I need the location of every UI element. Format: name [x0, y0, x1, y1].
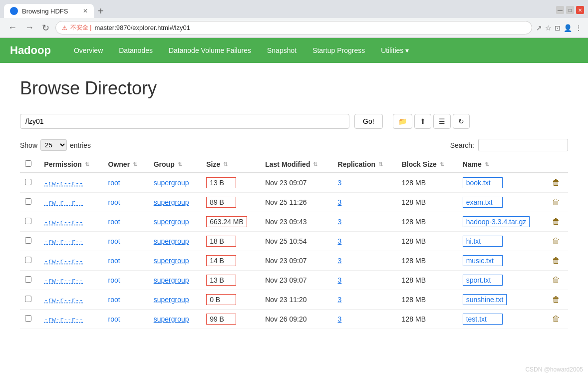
nav-overview[interactable]: Overview	[66, 39, 111, 61]
entries-label: entries	[70, 141, 91, 149]
row-size: 14 B	[201, 251, 260, 271]
delete-button[interactable]: 🗑	[552, 256, 560, 265]
row-checkbox[interactable]	[25, 257, 31, 263]
nav-utilities[interactable]: Utilities ▾	[373, 39, 417, 61]
row-replication: 3	[333, 193, 397, 212]
url-text[interactable]: master:9870/explorer.html#/lzy01	[94, 24, 526, 31]
entries-select[interactable]: 25 50 100	[40, 139, 67, 151]
list-view-button[interactable]: ☰	[433, 114, 451, 129]
size-col-label: Size	[206, 160, 220, 168]
row-group: supergroup	[149, 173, 201, 193]
address-bar: ← → ↻ ⚠ 不安全 | master:9870/explorer.html#…	[0, 18, 588, 37]
size-sort-icon[interactable]: ⇅	[223, 161, 228, 168]
row-checkbox[interactable]	[25, 276, 31, 283]
row-block-size: 128 MB	[397, 212, 458, 232]
file-link[interactable]: book.txt	[466, 179, 491, 187]
share-icon[interactable]: ↗	[536, 24, 542, 32]
last-modified-sort-icon[interactable]: ⇅	[313, 161, 317, 168]
minimize-button[interactable]: —	[556, 6, 564, 14]
delete-button[interactable]: 🗑	[552, 217, 560, 226]
browse-folder-button[interactable]: 📁	[393, 114, 412, 129]
group-sort-icon[interactable]: ⇅	[178, 161, 182, 168]
row-block-size: 128 MB	[397, 173, 458, 193]
file-link[interactable]: exam.txt	[466, 198, 493, 206]
extensions-icon[interactable]: ⊡	[555, 24, 561, 32]
table-controls: Show 25 50 100 entries Search:	[20, 139, 568, 151]
replication-sort-icon[interactable]: ⇅	[378, 161, 383, 168]
owner-col-label: Owner	[108, 160, 130, 168]
row-owner: root	[103, 232, 149, 251]
row-checkbox[interactable]	[25, 218, 31, 224]
back-button[interactable]: ←	[6, 21, 19, 34]
file-link[interactable]: hi.txt	[466, 237, 481, 245]
search-label: Search:	[450, 141, 474, 149]
navbar-brand[interactable]: Hadoop	[10, 44, 51, 57]
row-replication: 3	[333, 310, 397, 329]
row-checkbox[interactable]	[25, 237, 31, 244]
active-tab[interactable]: Browsing HDFS ✕	[4, 4, 94, 18]
dir-input[interactable]	[20, 114, 349, 129]
row-size: 0 B	[201, 290, 260, 310]
delete-button[interactable]: 🗑	[552, 237, 560, 246]
nav-startup-progress[interactable]: Startup Progress	[304, 39, 373, 61]
row-delete: 🗑	[547, 251, 568, 271]
th-checkbox	[20, 156, 39, 173]
delete-button[interactable]: 🗑	[552, 178, 560, 187]
row-owner: root	[103, 193, 149, 212]
th-group: Group ⇅	[149, 156, 201, 173]
refresh-button[interactable]: ↻	[40, 21, 51, 34]
block-size-sort-icon[interactable]: ⇅	[440, 161, 444, 168]
name-sort-icon[interactable]: ⇅	[485, 161, 489, 168]
delete-button[interactable]: 🗑	[552, 315, 560, 324]
delete-button[interactable]: 🗑	[552, 198, 560, 207]
name-col-label: Name	[463, 160, 482, 168]
tab-close-button[interactable]: ✕	[83, 7, 88, 14]
permissions-button[interactable]: ↻	[453, 114, 470, 129]
search-input[interactable]	[478, 139, 568, 151]
star-icon[interactable]: ☆	[545, 24, 552, 32]
row-name: sport.txt	[458, 271, 548, 290]
row-checkbox-cell	[20, 251, 39, 271]
row-replication: 3	[333, 212, 397, 232]
row-checkbox-cell	[20, 232, 39, 251]
new-tab-button[interactable]: +	[94, 5, 108, 17]
row-checkbox[interactable]	[25, 296, 31, 302]
table-row: -rw-r--r-- root supergroup 663.24 MB Nov…	[20, 212, 568, 232]
file-link[interactable]: sunshine.txt	[466, 296, 504, 304]
row-owner: root	[103, 310, 149, 329]
forward-button[interactable]: →	[23, 21, 36, 34]
row-delete: 🗑	[547, 271, 568, 290]
delete-button[interactable]: 🗑	[552, 276, 560, 285]
th-permission: Permission ⇅	[39, 156, 103, 173]
row-size: 99 B	[201, 310, 260, 329]
nav-datanode-volume-failures[interactable]: Datanode Volume Failures	[161, 39, 259, 61]
row-last-modified: Nov 25 11:26	[260, 193, 332, 212]
row-name: hadoop-3.3.4.tar.gz	[458, 212, 548, 232]
maximize-button[interactable]: □	[566, 6, 574, 14]
file-link[interactable]: hadoop-3.3.4.tar.gz	[466, 218, 527, 226]
file-link[interactable]: test.txt	[466, 315, 487, 323]
close-window-button[interactable]: ✕	[576, 6, 584, 14]
upload-button[interactable]: ⬆	[414, 114, 431, 129]
select-all-checkbox[interactable]	[25, 160, 31, 167]
menu-icon[interactable]: ⋮	[575, 24, 582, 32]
show-entries: Show 25 50 100 entries	[20, 139, 91, 151]
row-last-modified: Nov 23 09:43	[260, 212, 332, 232]
profile-icon[interactable]: 👤	[564, 24, 572, 32]
file-link[interactable]: music.txt	[466, 257, 494, 265]
row-owner: root	[103, 271, 149, 290]
nav-snapshot[interactable]: Snapshot	[259, 39, 304, 61]
permission-sort-icon[interactable]: ⇅	[85, 161, 89, 168]
table-header-row: Permission ⇅ Owner ⇅ Group ⇅	[20, 156, 568, 173]
delete-button[interactable]: 🗑	[552, 295, 560, 304]
nav-datanodes[interactable]: Datanodes	[111, 39, 161, 61]
go-button[interactable]: Go!	[354, 114, 383, 129]
owner-sort-icon[interactable]: ⇅	[133, 161, 137, 168]
row-checkbox[interactable]	[25, 315, 31, 322]
file-link[interactable]: sport.txt	[466, 276, 491, 284]
row-checkbox-cell	[20, 212, 39, 232]
row-checkbox[interactable]	[25, 179, 31, 185]
row-checkbox[interactable]	[25, 198, 31, 205]
row-size: 18 B	[201, 232, 260, 251]
row-last-modified: Nov 23 09:07	[260, 271, 332, 290]
